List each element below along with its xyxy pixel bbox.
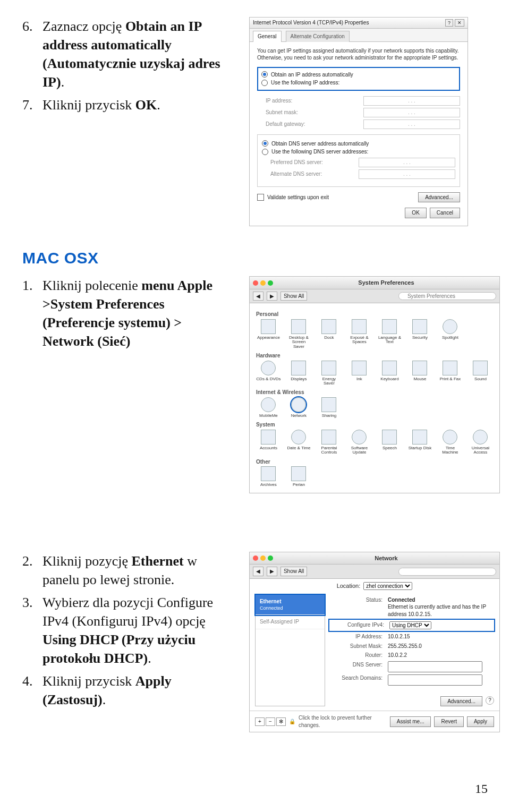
pref-timemachine[interactable]: Time Machine	[438, 430, 463, 455]
ipv4-dialog: Internet Protocol Version 4 (TCP/IPv4) P…	[249, 17, 468, 226]
accounts-icon	[261, 430, 276, 445]
pref-ink[interactable]: Ink	[347, 361, 372, 386]
radio-use-following-ip[interactable]: Use the following IP address:	[261, 79, 456, 87]
ok-button[interactable]: OK	[405, 208, 426, 218]
pref-printfax[interactable]: Print & Fax	[438, 361, 463, 386]
apply-button[interactable]: Apply	[467, 716, 494, 727]
section-internet: Internet & Wireless	[256, 389, 493, 396]
help-button[interactable]: ?	[445, 19, 453, 27]
pref-dock[interactable]: Dock	[317, 319, 342, 349]
pref-network[interactable]: Network	[286, 397, 311, 418]
parental-icon	[321, 430, 336, 445]
pref-energy[interactable]: Energy Saver	[317, 361, 342, 386]
pref-cds[interactable]: CDs & DVDs	[256, 361, 281, 386]
revert-button[interactable]: Revert	[434, 716, 463, 727]
search-input[interactable]	[398, 292, 496, 300]
ip-address-input[interactable]: . . .	[363, 96, 460, 106]
forward-button[interactable]: ▶	[267, 567, 277, 576]
step-6-number: 6.	[22, 17, 37, 91]
preferred-dns-input[interactable]: . . .	[359, 158, 455, 167]
pref-parental[interactable]: Parental Controls	[317, 430, 342, 455]
advanced-button[interactable]: Advanced...	[440, 696, 482, 707]
default-gateway-input[interactable]: . . .	[363, 119, 460, 129]
lock-icon[interactable]: 🔒	[289, 718, 295, 725]
close-button[interactable]: ✕	[455, 19, 464, 27]
show-all-button[interactable]: Show All	[280, 567, 307, 576]
sidebar-item-selfip[interactable]: Self-Assigned IP	[256, 615, 325, 629]
pref-datetime[interactable]: Date & Time	[286, 430, 311, 455]
pref-security[interactable]: Security	[407, 319, 432, 349]
traffic-light-zoom-icon[interactable]	[268, 555, 273, 561]
pref-speech[interactable]: Speech	[377, 430, 402, 455]
pref-mouse[interactable]: Mouse	[407, 361, 432, 386]
back-button[interactable]: ◀	[253, 292, 264, 301]
pref-universal[interactable]: Universal Access	[468, 430, 493, 455]
archives-icon	[261, 466, 276, 481]
pref-expose[interactable]: Exposé & Spaces	[347, 319, 372, 349]
network-window: Network ◀ ▶ Show All Location: zhel conn…	[249, 552, 500, 733]
alternate-dns-input[interactable]: . . .	[359, 169, 455, 179]
radio-icon	[262, 140, 268, 147]
sidebar-item-ethernet[interactable]: Ethernet Connected	[256, 595, 325, 616]
traffic-light-minimize-icon[interactable]	[260, 280, 266, 286]
pref-mobileme[interactable]: MobileMe	[256, 397, 281, 418]
pref-accounts[interactable]: Accounts	[256, 430, 281, 455]
pref-perian[interactable]: Perian	[286, 466, 311, 487]
traffic-light-minimize-icon[interactable]	[260, 555, 266, 561]
help-icon[interactable]: ?	[486, 696, 494, 705]
dns-server-input[interactable]	[388, 661, 482, 672]
printfax-icon	[443, 361, 457, 375]
radio-obtain-ip-auto[interactable]: Obtain an IP address automatically	[261, 71, 456, 79]
gear-button[interactable]: ✻	[276, 717, 286, 726]
radio-icon	[262, 149, 268, 155]
pref-appearance[interactable]: Appearance	[256, 319, 281, 349]
pref-swupdate[interactable]: Software Update	[347, 430, 372, 455]
remove-interface-button[interactable]: −	[266, 717, 275, 726]
radio-icon	[261, 71, 268, 78]
show-all-button[interactable]: Show All	[280, 292, 307, 301]
subnet-mask-input[interactable]: . . .	[363, 108, 460, 117]
cancel-button[interactable]: Cancel	[430, 208, 460, 218]
pref-language[interactable]: Language & Text	[377, 319, 402, 349]
traffic-light-close-icon[interactable]	[253, 280, 258, 286]
advanced-button[interactable]: Advanced...	[418, 192, 460, 203]
pref-sharing[interactable]: Sharing	[317, 397, 342, 418]
label-status: Status:	[329, 596, 382, 604]
add-interface-button[interactable]: +	[255, 717, 265, 726]
pref-sound[interactable]: Sound	[468, 361, 493, 386]
tab-general[interactable]: General	[253, 31, 282, 42]
traffic-light-zoom-icon[interactable]	[268, 280, 273, 286]
pref-startup[interactable]: Startup Disk	[407, 430, 432, 455]
system-preferences-window: System Preferences ◀ ▶ Show All Personal…	[249, 276, 500, 493]
spotlight-icon	[443, 319, 457, 334]
section-other: Other	[256, 458, 493, 466]
back-button[interactable]: ◀	[253, 567, 264, 576]
radio-use-following-dns[interactable]: Use the following DNS server addresses:	[262, 148, 455, 156]
pref-desktop[interactable]: Desktop & Screen Saver	[286, 319, 311, 349]
tab-alternate-config[interactable]: Alternate Configuration	[286, 31, 350, 42]
label-router: Router:	[329, 652, 382, 659]
location-select[interactable]: zhel connection	[363, 582, 412, 590]
value-router: 10.0.2.2	[388, 652, 494, 659]
dock-icon	[321, 319, 336, 334]
checkbox-validate-settings[interactable]	[257, 194, 264, 201]
step-mac-2-text: Kliknij pozycję Ethernet w panelu po lew…	[42, 552, 236, 589]
search-input[interactable]	[398, 568, 496, 576]
search-domains-input[interactable]	[388, 674, 482, 686]
configure-ipv4-select[interactable]: Using DHCP	[389, 621, 431, 629]
window-title: System Preferences	[276, 279, 496, 287]
startup-icon	[412, 430, 427, 445]
radio-obtain-dns-auto[interactable]: Obtain DNS server address automatically	[262, 140, 455, 148]
pref-keyboard[interactable]: Keyboard	[377, 361, 402, 386]
assist-me-button[interactable]: Assist me...	[390, 716, 431, 727]
pref-displays[interactable]: Displays	[286, 361, 311, 386]
label-validate-settings: Validate settings upon exit	[267, 194, 329, 201]
section-hardware: Hardware	[256, 352, 493, 360]
forward-button[interactable]: ▶	[267, 292, 277, 301]
swupdate-icon	[352, 430, 367, 445]
value-ip-address: 10.0.2.15	[388, 633, 494, 640]
pref-spotlight[interactable]: Spotlight	[438, 319, 463, 349]
radio-icon	[261, 80, 268, 86]
traffic-light-close-icon[interactable]	[253, 555, 258, 561]
pref-archives[interactable]: Archives	[256, 466, 281, 487]
